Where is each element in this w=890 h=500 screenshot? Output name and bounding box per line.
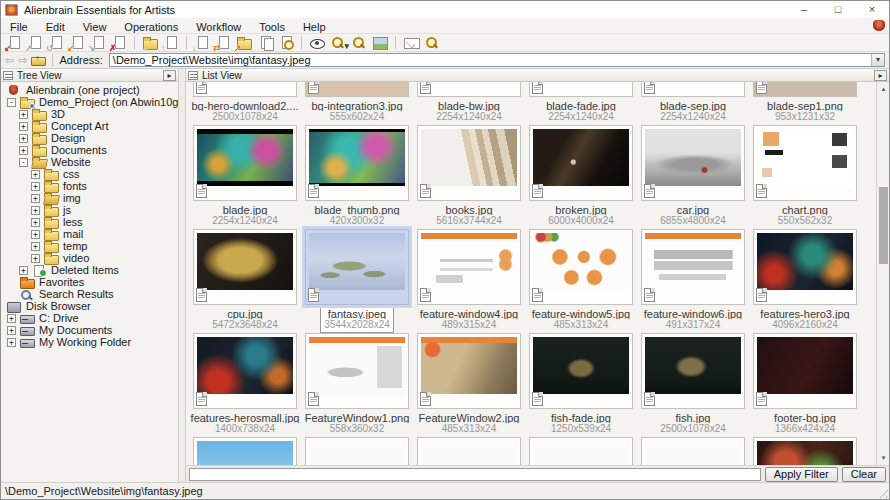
tree-item-website[interactable]: -Website bbox=[1, 156, 178, 168]
file-item-bg-integration3-jpg[interactable]: bg-integration3.jpg555x602x24 bbox=[301, 82, 413, 125]
expand-box-icon[interactable]: + bbox=[31, 194, 40, 203]
expand-box-icon[interactable]: + bbox=[31, 230, 40, 239]
file-item-featurewindow2-jpg[interactable]: FeatureWindow2.jpg485x313x24 bbox=[413, 333, 525, 437]
expand-box-icon[interactable]: + bbox=[31, 182, 40, 191]
expand-box-icon[interactable]: + bbox=[31, 242, 40, 251]
up-folder-icon[interactable] bbox=[31, 55, 46, 66]
tree-item-js[interactable]: +js bbox=[1, 204, 178, 216]
maximize-button[interactable]: □ bbox=[821, 1, 855, 18]
file-item-partial[interactable] bbox=[637, 437, 749, 465]
file-item-cpu-jpg[interactable]: cpu.jpg5472x3648x24 bbox=[189, 229, 301, 333]
send-mail-icon[interactable] bbox=[402, 35, 420, 50]
file-item-blade-thumb-png[interactable]: blade_thumb.png420x300x32 bbox=[301, 125, 413, 229]
tree-panel-menu-button[interactable]: ▸ bbox=[163, 70, 176, 81]
file-item-blade-fade-jpg[interactable]: blade-fade.jpg2254x1240x24 bbox=[525, 82, 637, 125]
scroll-down-icon[interactable]: ▾ bbox=[878, 452, 889, 464]
tree-item-less[interactable]: +less bbox=[1, 216, 178, 228]
file-item-fish-jpg[interactable]: fish.jpg2500x1078x24 bbox=[637, 333, 749, 437]
import-files-icon[interactable]: ↙ bbox=[68, 35, 86, 50]
menu-workflow[interactable]: Workflow bbox=[187, 20, 250, 34]
back-icon[interactable]: ⇦ bbox=[5, 53, 14, 67]
file-item-partial[interactable] bbox=[189, 437, 301, 465]
export-files-icon[interactable]: ↘ bbox=[89, 35, 107, 50]
undo-check-out-icon[interactable]: ↺ bbox=[47, 35, 65, 50]
view-thumbnails-icon[interactable] bbox=[350, 35, 368, 50]
tree-item-concept-art[interactable]: +Concept Art bbox=[1, 120, 178, 132]
tree-item-search-results[interactable]: Search Results bbox=[1, 288, 178, 300]
tree-item-disk-browser[interactable]: Disk Browser bbox=[1, 300, 178, 312]
file-item-fantasy-jpeg[interactable]: fantasy.jpeg3544x2028x24 bbox=[301, 229, 413, 333]
checkout-folder-icon[interactable]: → bbox=[141, 35, 159, 50]
tree-item-deleted-items[interactable]: +Deleted Items bbox=[1, 264, 178, 276]
panel-splitter[interactable] bbox=[179, 69, 186, 482]
file-item-fish-fade-jpg[interactable]: fish-fade.jpg1250x539x24 bbox=[525, 333, 637, 437]
tree-item-my-documents[interactable]: +My Documents bbox=[1, 324, 178, 336]
tree-item-img[interactable]: +img bbox=[1, 192, 178, 204]
file-item-blade-sep1-png[interactable]: blade-sep1.png953x1231x32 bbox=[749, 82, 861, 125]
menu-edit[interactable]: Edit bbox=[37, 20, 74, 34]
clear-button[interactable]: Clear bbox=[842, 467, 886, 482]
apply-filter-button[interactable]: Apply Filter bbox=[765, 467, 838, 482]
file-item-partial[interactable] bbox=[525, 437, 637, 465]
tree-item-3d[interactable]: +3D bbox=[1, 108, 178, 120]
file-item-broken-jpg[interactable]: broken.jpg6000x4000x24 bbox=[525, 125, 637, 229]
tree-item-fonts[interactable]: +fonts bbox=[1, 180, 178, 192]
expand-box-icon[interactable]: + bbox=[31, 254, 40, 263]
tree-item-c-drive[interactable]: +C: Drive bbox=[1, 312, 178, 324]
collapse-box-icon[interactable]: - bbox=[7, 98, 16, 107]
expand-box-icon[interactable]: + bbox=[7, 326, 16, 335]
tree-item-video[interactable]: +video bbox=[1, 252, 178, 264]
file-item-feature-window4-jpg[interactable]: feature-window4.jpg489x315x24 bbox=[413, 229, 525, 333]
tree-item-design[interactable]: +Design bbox=[1, 132, 178, 144]
minimize-button[interactable]: – bbox=[787, 1, 821, 18]
file-item-featurewindow1-png[interactable]: FeatureWindow1.png558x360x32 bbox=[301, 333, 413, 437]
file-item-partial[interactable] bbox=[301, 437, 413, 465]
image-viewer-icon[interactable] bbox=[371, 35, 389, 50]
zoom-tool-icon[interactable]: ▾ bbox=[329, 35, 347, 50]
expand-box-icon[interactable]: + bbox=[19, 146, 28, 155]
forward-icon[interactable]: ⇨ bbox=[18, 53, 27, 67]
find-files-icon[interactable] bbox=[277, 35, 295, 50]
file-item-features-hero3-jpg[interactable]: features-hero3.jpg4096x2160x24 bbox=[749, 229, 861, 333]
tree-item-mail[interactable]: +mail bbox=[1, 228, 178, 240]
file-item-blade-bw-jpg[interactable]: blade-bw.jpg2254x1240x24 bbox=[413, 82, 525, 125]
show-preview-icon[interactable] bbox=[308, 35, 326, 50]
file-item-feature-window6-jpg[interactable]: feature-window6.jpg491x317x24 bbox=[637, 229, 749, 333]
expand-box-icon[interactable]: + bbox=[7, 314, 16, 323]
menu-help[interactable]: Help bbox=[294, 20, 335, 34]
expand-box-icon[interactable]: + bbox=[7, 338, 16, 347]
file-item-blade-jpg[interactable]: blade.jpg2254x1240x24 bbox=[189, 125, 301, 229]
tree-item-demo-project-on-abwin10gfx[interactable]: -Demo_Project (on Abwin10gfx) bbox=[1, 96, 178, 108]
file-item-features-herosmall-jpg[interactable]: features-herosmall.jpg1400x738x24 bbox=[189, 333, 301, 437]
menu-view[interactable]: View bbox=[74, 20, 116, 34]
expand-box-icon[interactable]: + bbox=[19, 134, 28, 143]
file-item-partial[interactable] bbox=[413, 437, 525, 465]
copy-files-icon[interactable] bbox=[256, 35, 274, 50]
tree-item-temp[interactable]: +temp bbox=[1, 240, 178, 252]
tree-item-my-working-folder[interactable]: +My Working Folder bbox=[1, 336, 178, 348]
file-item-partial[interactable] bbox=[749, 437, 861, 465]
scrollbar-thumb[interactable] bbox=[879, 187, 888, 264]
file-item-bg-hero-download2[interactable]: bg-hero-download2....2500x1078x24 bbox=[189, 82, 301, 125]
menu-operations[interactable]: Operations bbox=[115, 20, 187, 34]
close-button[interactable]: × bbox=[855, 1, 889, 18]
search-messages-icon[interactable] bbox=[423, 35, 441, 50]
address-dropdown-icon[interactable]: ▾ bbox=[871, 54, 884, 66]
expand-box-icon[interactable]: + bbox=[31, 218, 40, 227]
file-item-books-jpg[interactable]: books.jpg5616x3744x24 bbox=[413, 125, 525, 229]
synchronize-icon[interactable]: ⇄ bbox=[214, 35, 232, 50]
expand-box-icon[interactable]: + bbox=[19, 266, 28, 275]
tree-item-alienbrain-one-project[interactable]: Alienbrain (one project) bbox=[1, 84, 178, 96]
tree-item-favorites[interactable]: Favorites bbox=[1, 276, 178, 288]
filter-input[interactable] bbox=[189, 468, 761, 481]
expand-box-icon[interactable]: + bbox=[31, 170, 40, 179]
file-item-feature-window5-jpg[interactable]: feature-window5.jpg485x313x24 bbox=[525, 229, 637, 333]
vertical-scrollbar[interactable]: ▴ ▾ bbox=[876, 82, 889, 465]
get-latest-icon[interactable]: ↓ bbox=[193, 35, 211, 50]
menu-tools[interactable]: Tools bbox=[250, 20, 294, 34]
list-panel-menu-button[interactable]: ▸ bbox=[874, 70, 887, 81]
resize-grip[interactable] bbox=[876, 486, 888, 498]
file-item-blade-sep-jpg[interactable]: blade-sep.jpg2254x1240x24 bbox=[637, 82, 749, 125]
expand-box-icon[interactable]: + bbox=[19, 110, 28, 119]
check-out-icon[interactable]: ↗ bbox=[26, 35, 44, 50]
